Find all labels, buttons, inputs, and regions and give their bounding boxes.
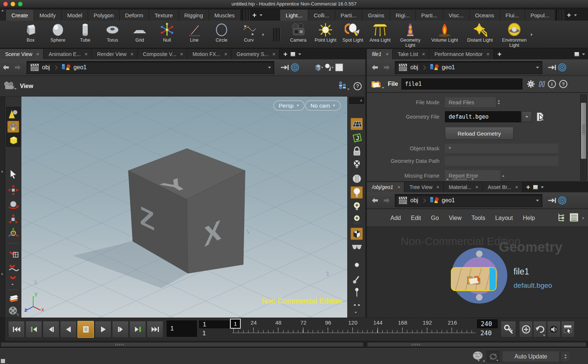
tab-tree-view[interactable]: Tree View✕ <box>404 182 443 192</box>
breadcrumb-node[interactable]: geo1 <box>442 197 455 204</box>
shelf-menu-caret-icon[interactable] <box>260 14 262 16</box>
playback-end-value[interactable]: 240 <box>477 329 498 337</box>
collapse-toolbar-icon[interactable] <box>351 299 363 311</box>
menu-tools[interactable]: Tools <box>472 215 485 221</box>
view-dependent-icon[interactable] <box>351 132 363 144</box>
viewport-layout-icon[interactable] <box>338 81 350 91</box>
file1-node[interactable] <box>451 267 497 291</box>
help-icon[interactable]: ? <box>559 80 567 88</box>
playbar-options-button[interactable] <box>561 321 575 337</box>
close-icon[interactable]: ✕ <box>36 52 39 57</box>
shelf-tab-rigid[interactable]: Rigi... <box>390 10 415 21</box>
timeline-ruler[interactable]: 24 48 72 96 120 144 168 192 216 1 <box>232 319 476 338</box>
menu-layout[interactable]: Layout <box>495 215 513 221</box>
pin-icon[interactable] <box>279 62 290 73</box>
scene-breadcrumb[interactable]: obj geo1 <box>27 61 274 74</box>
go-to-start-button[interactable] <box>8 321 25 338</box>
list-view-icon[interactable] <box>569 213 579 223</box>
shelf-tool-point-light[interactable]: Point Light <box>312 21 339 43</box>
step-back-button[interactable] <box>43 321 59 338</box>
shelf-tab-rigging[interactable]: Rigging <box>179 10 209 21</box>
forward-button[interactable] <box>381 62 393 73</box>
fullscreen-window-button[interactable] <box>18 2 22 6</box>
pane-maximize-icon[interactable] <box>290 52 295 56</box>
shelf-tool-null[interactable]: Null <box>153 21 181 43</box>
pin-icon[interactable] <box>547 195 557 206</box>
breadcrumb-caret-icon[interactable] <box>536 67 539 69</box>
audio-button[interactable] <box>547 321 561 337</box>
dropdown-spinner-icon[interactable] <box>497 100 500 105</box>
close-window-button[interactable] <box>3 2 8 6</box>
shelf-tab-viscous[interactable]: Visc... <box>443 10 470 21</box>
shelf-tool-volume-light[interactable]: Volume Light <box>427 21 462 43</box>
recook-button[interactable] <box>487 351 500 362</box>
pane-splitter-handle[interactable] <box>446 178 474 180</box>
breadcrumb-root[interactable]: obj <box>410 197 418 204</box>
playhead[interactable]: 1 <box>230 319 241 329</box>
network-scrollbar[interactable] <box>367 342 586 347</box>
scrollbar-thumb[interactable] <box>581 103 586 159</box>
rotate-tool-icon[interactable] <box>7 199 19 211</box>
transform-tool-icon[interactable] <box>7 227 19 239</box>
handle-wand-icon[interactable] <box>351 273 363 285</box>
shelf-tab-modify[interactable]: Modify <box>34 10 62 21</box>
new-tab-button[interactable]: + <box>497 49 501 60</box>
breadcrumb-root[interactable]: obj <box>42 64 50 71</box>
objects-mode-icon[interactable] <box>7 108 19 120</box>
file-history-dropdown-button[interactable] <box>522 111 532 122</box>
tree-hierarchy-icon[interactable] <box>557 213 566 223</box>
new-tab-button[interactable]: + <box>526 182 530 193</box>
undo-button[interactable] <box>533 321 547 337</box>
shelf-tool-tube[interactable]: Tube <box>72 21 99 43</box>
dropdown-spinner-icon[interactable] <box>502 175 505 177</box>
node-input-connector[interactable] <box>476 251 483 257</box>
network-canvas[interactable]: Non-Commercial Edition Geometry file1 de… <box>367 227 588 318</box>
params-breadcrumb[interactable]: obj geo1 <box>395 61 542 74</box>
forward-button[interactable] <box>12 62 24 73</box>
geometry-data-path-input[interactable] <box>445 156 559 166</box>
breadcrumb-node[interactable]: geo1 <box>442 64 455 71</box>
follow-selection-icon[interactable] <box>557 195 567 206</box>
timeline-scrollbar[interactable] <box>1 342 363 347</box>
shelf-tab-grains[interactable]: Grains <box>362 10 390 21</box>
playback-start-value[interactable]: 1 <box>199 329 229 337</box>
toolbar-more-caret-icon[interactable] <box>355 312 357 314</box>
close-icon[interactable]: ✕ <box>436 185 439 190</box>
breadcrumb-caret-icon[interactable] <box>536 200 539 202</box>
shelf-tab-model[interactable]: Model <box>62 10 88 21</box>
back-button[interactable] <box>0 62 12 73</box>
previous-keyframe-button[interactable] <box>25 321 42 338</box>
play-button[interactable] <box>95 321 111 338</box>
shelf-tool-circle[interactable]: Circle <box>208 21 235 43</box>
tab-performance-monitor[interactable]: Performance Monitor✕ <box>429 49 494 59</box>
new-tab-button[interactable]: + <box>283 49 287 60</box>
help-icon[interactable]: ? <box>354 82 362 90</box>
shelf-tab-fluids[interactable]: Flui... <box>500 10 525 21</box>
pin-needle-icon[interactable] <box>351 286 363 298</box>
memo-icon[interactable] <box>7 293 19 304</box>
shelf-divider-right[interactable] <box>557 10 564 21</box>
shelf-tab-deform[interactable]: Deform <box>119 10 149 21</box>
corner-grip[interactable] <box>1 359 5 363</box>
pane-maximize-icon[interactable] <box>574 52 579 56</box>
menubar-more-icon[interactable] <box>583 217 584 219</box>
houdini-logo-icon[interactable]: H <box>539 80 544 88</box>
gear-icon[interactable] <box>526 79 536 89</box>
snap-more-icon[interactable] <box>7 273 19 282</box>
shelf-tool-torus[interactable]: Torus <box>99 21 126 43</box>
breadcrumb-caret-icon[interactable] <box>268 67 271 69</box>
close-icon[interactable]: ✕ <box>180 52 183 57</box>
object-mask-input[interactable]: * <box>445 144 559 153</box>
info-icon[interactable]: i <box>548 80 556 88</box>
minimize-window-button[interactable] <box>11 2 15 6</box>
shelf-tool-line[interactable]: Line <box>181 21 208 43</box>
current-frame-input[interactable]: 1 <box>167 321 197 337</box>
close-icon[interactable]: ✕ <box>130 52 133 57</box>
pane-menu-caret-icon[interactable] <box>298 53 301 55</box>
pane-menu-caret-icon[interactable] <box>541 186 544 188</box>
shelf-tab-populate[interactable]: Popul... <box>525 10 555 21</box>
lock-icon[interactable] <box>351 145 363 157</box>
shelf-tab-particlefluids[interactable]: Parti... <box>416 10 443 21</box>
next-keyframe-button[interactable] <box>129 321 146 338</box>
breadcrumb-node[interactable]: geo1 <box>73 64 87 71</box>
